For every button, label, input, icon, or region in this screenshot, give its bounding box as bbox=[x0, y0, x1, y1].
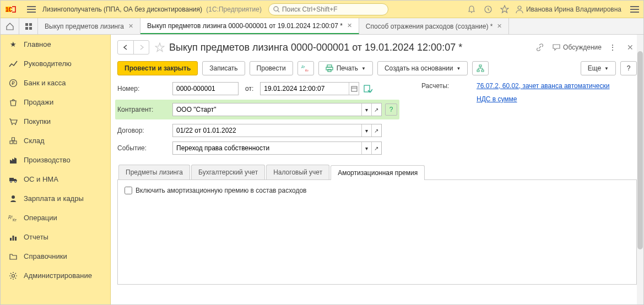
movements-button[interactable]: ДтКт bbox=[297, 61, 314, 75]
tab-1[interactable]: Выкуп предметов лизинга 0000-000001 от 1… bbox=[140, 18, 359, 34]
sidebar-item-label: Главное bbox=[24, 40, 51, 48]
history-icon[interactable] bbox=[481, 2, 495, 17]
sidebar-item-label: Склад bbox=[24, 137, 45, 145]
svg-point-19 bbox=[10, 181, 12, 182]
discuss-button[interactable]: Обсуждение bbox=[552, 43, 602, 52]
tab-label: Способ отражения расходов (создание) * bbox=[366, 23, 493, 30]
sidebar-item-manager[interactable]: Руководителю bbox=[1, 54, 110, 73]
calc-link[interactable]: 76.07.2, 60.02, зачет аванса автоматичес… bbox=[477, 82, 609, 90]
event-input[interactable] bbox=[173, 142, 361, 154]
sidebar-item-label: ОС и НМА bbox=[24, 175, 58, 183]
number-input[interactable] bbox=[173, 83, 238, 95]
global-search[interactable] bbox=[268, 3, 388, 15]
save-button[interactable]: Записать bbox=[202, 61, 245, 75]
event-field[interactable]: ▾ ↗ bbox=[172, 141, 382, 155]
sidebar-item-salary[interactable]: Зарплата и кадры bbox=[1, 189, 110, 208]
field-help-icon[interactable]: ? bbox=[385, 104, 397, 116]
calendar-icon[interactable] bbox=[349, 83, 359, 95]
tab-2[interactable]: Способ отражения расходов (создание) * ✕ bbox=[359, 18, 510, 34]
scrollbar-thumb[interactable] bbox=[637, 51, 643, 249]
sidebar-item-assets[interactable]: ОС и НМА bbox=[1, 170, 110, 189]
cart-icon bbox=[7, 117, 19, 126]
contract-field[interactable]: ▾ ↗ bbox=[172, 124, 382, 137]
sidebar-item-purchases[interactable]: Покупки bbox=[1, 112, 110, 131]
chart-line-icon bbox=[7, 59, 19, 68]
contract-label: Договор: bbox=[117, 127, 172, 134]
date-field[interactable] bbox=[260, 82, 359, 95]
vertical-scrollbar[interactable] bbox=[637, 35, 643, 305]
folder-icon bbox=[7, 252, 19, 261]
sidebar-item-production[interactable]: Производство bbox=[1, 150, 110, 170]
sidebar-item-sales[interactable]: Продажи bbox=[1, 92, 110, 112]
svg-point-4 bbox=[471, 12, 472, 13]
home-tab[interactable] bbox=[1, 18, 19, 34]
more-button[interactable]: Еще ▼ bbox=[581, 61, 616, 75]
favorite-star-icon[interactable] bbox=[155, 42, 165, 52]
subtab-leasing-items[interactable]: Предметы лизинга bbox=[118, 165, 190, 179]
sidebar-item-label: Зарплата и кадры bbox=[24, 194, 84, 203]
nav-back-button[interactable] bbox=[118, 41, 133, 54]
star-header-icon[interactable] bbox=[497, 2, 512, 17]
chevron-down-icon: ▼ bbox=[604, 66, 609, 71]
dropdown-icon[interactable]: ▾ bbox=[361, 142, 371, 154]
svg-text:Кт: Кт bbox=[305, 69, 309, 72]
sidebar-item-label: Администрирование bbox=[24, 271, 92, 280]
open-icon[interactable]: ↗ bbox=[371, 104, 381, 116]
sidebar-item-bank[interactable]: ₽ Банк и касса bbox=[1, 73, 110, 92]
truck-icon bbox=[7, 175, 19, 184]
contract-input[interactable] bbox=[173, 124, 361, 137]
date-input[interactable] bbox=[261, 83, 349, 95]
counterparty-input[interactable] bbox=[173, 104, 361, 116]
subtab-bonus[interactable]: Амортизационная премия bbox=[331, 165, 425, 180]
bell-icon[interactable] bbox=[464, 2, 479, 17]
menu-icon[interactable] bbox=[25, 3, 38, 16]
sidebar-item-operations[interactable]: ДтКт Операции bbox=[1, 208, 110, 227]
open-icon[interactable]: ↗ bbox=[371, 124, 381, 137]
counterparty-field[interactable]: ▾ ↗ bbox=[172, 103, 382, 116]
star-icon: ★ bbox=[7, 40, 19, 48]
vat-link[interactable]: НДС в сумме bbox=[477, 95, 517, 103]
user-info[interactable]: Иванова Ирина Владимировна bbox=[515, 5, 621, 14]
tab-label: Выкуп предметов лизинга 0000-000001 от 1… bbox=[147, 22, 343, 30]
dropdown-icon[interactable]: ▾ bbox=[361, 104, 371, 116]
svg-rect-36 bbox=[351, 86, 357, 91]
post-close-button[interactable]: Провести и закрыть bbox=[117, 61, 198, 75]
close-icon[interactable]: ✕ bbox=[497, 23, 502, 30]
structure-button[interactable] bbox=[472, 61, 489, 75]
window-menu-icon[interactable] bbox=[628, 3, 641, 16]
svg-point-20 bbox=[15, 181, 17, 182]
sidebar-item-reports[interactable]: Отчеты bbox=[1, 227, 110, 247]
close-icon[interactable]: ✕ bbox=[347, 22, 352, 29]
number-field[interactable] bbox=[172, 82, 239, 95]
kebab-menu[interactable]: ⋮ bbox=[607, 43, 618, 51]
search-icon bbox=[273, 6, 280, 13]
sidebar-item-warehouse[interactable]: Склад bbox=[1, 131, 110, 150]
link-icon[interactable] bbox=[535, 43, 546, 52]
sidebar: ★ Главное Руководителю ₽ Банк и касса Пр… bbox=[1, 35, 111, 305]
close-page-button[interactable]: ✕ bbox=[624, 43, 637, 52]
svg-rect-10 bbox=[29, 27, 32, 30]
sidebar-item-catalogs[interactable]: Справочники bbox=[1, 247, 110, 266]
include-bonus-checkbox[interactable] bbox=[125, 187, 132, 194]
post-button[interactable]: Провести bbox=[250, 61, 293, 75]
svg-text:Дт: Дт bbox=[301, 65, 305, 68]
print-button[interactable]: Печать ▼ bbox=[318, 61, 373, 75]
sidebar-item-main[interactable]: ★ Главное bbox=[1, 35, 110, 54]
dropdown-icon[interactable]: ▾ bbox=[361, 124, 371, 137]
printer-icon bbox=[326, 64, 333, 72]
help-button[interactable]: ? bbox=[620, 61, 637, 75]
svg-rect-34 bbox=[477, 70, 479, 72]
sidebar-item-label: Справочники bbox=[24, 252, 67, 260]
tab-0[interactable]: Выкуп предметов лизинга ✕ bbox=[38, 18, 140, 34]
app-logo: 1С bbox=[5, 4, 20, 15]
sections-tab[interactable] bbox=[19, 18, 38, 34]
close-icon[interactable]: ✕ bbox=[128, 23, 133, 30]
create-based-button[interactable]: Создать на основании ▼ bbox=[377, 61, 468, 75]
sidebar-item-admin[interactable]: Администрирование bbox=[1, 266, 110, 285]
calc-label: Расчеты: bbox=[421, 82, 477, 90]
open-icon[interactable]: ↗ bbox=[371, 142, 381, 154]
svg-point-14 bbox=[15, 124, 16, 125]
subtab-tax[interactable]: Налоговый учет bbox=[266, 165, 329, 179]
search-input[interactable] bbox=[282, 6, 381, 13]
subtab-accounting[interactable]: Бухгалтерский учет bbox=[191, 165, 265, 179]
